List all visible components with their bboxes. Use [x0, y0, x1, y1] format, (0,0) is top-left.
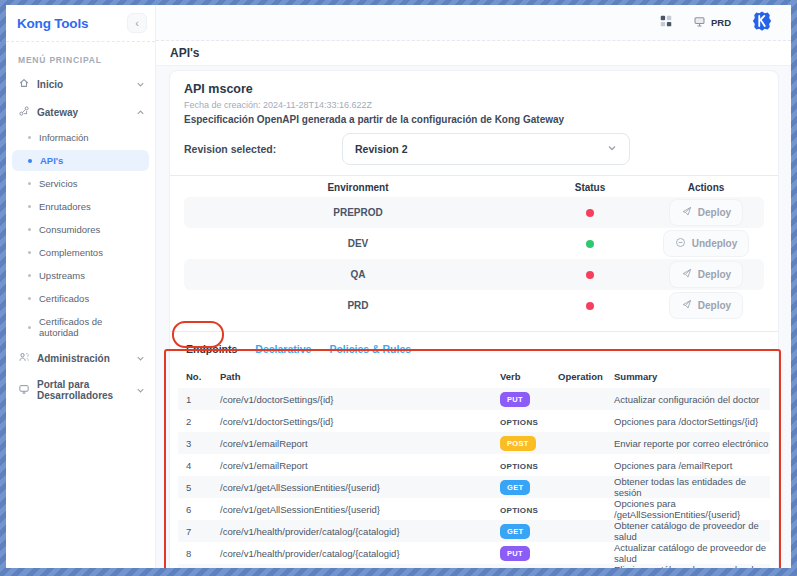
- sidebar-item-inicio[interactable]: Inicio: [6, 70, 155, 98]
- endpoint-summary: Opciones para /getAllSessionEntities/{us…: [614, 498, 770, 520]
- sidebar-item-administracion[interactable]: Administración: [6, 344, 155, 372]
- apps-grid-icon[interactable]: [659, 14, 673, 32]
- sidebar-item-certificados-de-autoridad[interactable]: Certificados de autoridad: [12, 311, 149, 343]
- endpoint-path: /core/v1/emailReport: [220, 460, 500, 471]
- users-icon: [18, 351, 30, 365]
- environment-action-cell: Deploy: [648, 261, 764, 288]
- endpoint-verb-cell: OPTIONS: [500, 460, 558, 471]
- bullet-icon: [28, 297, 31, 300]
- endpoint-summary: Enviar reporte por correo electrónico: [614, 438, 770, 449]
- endpoint-path: /core/v1/doctorSettings/{id}: [220, 416, 500, 427]
- verb-text: OPTIONS: [500, 418, 538, 427]
- verb-badge-put: PUT: [500, 546, 530, 561]
- endpoint-no: 2: [186, 416, 220, 427]
- sidebar-item-certificados[interactable]: Certificados: [12, 288, 149, 309]
- rocket-icon: [681, 299, 692, 312]
- tabs: EndpointsDeclarativePolicies & Rules: [184, 332, 764, 364]
- column-header-status: Status: [532, 182, 648, 193]
- kong-tools-logo: Kong Tools: [17, 16, 88, 31]
- environment-action-cell: Deploy: [648, 199, 764, 226]
- environment-status: [532, 240, 648, 248]
- sidebar-item-upstreams[interactable]: Upstreams: [12, 265, 149, 286]
- chevron-down-icon: [136, 386, 145, 395]
- endpoint-row: 1/core/v1/doctorSettings/{id}PUTActualiz…: [178, 388, 770, 410]
- sidebar-item-label: Servicios: [39, 178, 78, 189]
- tab-endpoints[interactable]: Endpoints: [186, 343, 237, 355]
- environment-status: [532, 302, 648, 310]
- sidebar-item-label: Complementos: [39, 247, 103, 258]
- environment-indicator[interactable]: PRD: [693, 15, 731, 30]
- endpoints-table-header: No. Path Verb Operation Summary: [178, 364, 770, 388]
- endpoint-path: /core/v1/getAllSessionEntities/{userid}: [220, 504, 500, 515]
- environment-status: [532, 209, 648, 217]
- sidebar-item-complementos[interactable]: Complementos: [12, 242, 149, 263]
- bullet-icon: [28, 326, 31, 329]
- endpoint-no: 5: [186, 482, 220, 493]
- tab-policies-rules[interactable]: Policies & Rules: [329, 343, 411, 355]
- sidebar-item-servicios[interactable]: Servicios: [12, 173, 149, 194]
- deploy-button[interactable]: Deploy: [669, 199, 743, 226]
- bullet-icon: [28, 136, 31, 139]
- verb-text: OPTIONS: [500, 462, 538, 471]
- tab-declarative[interactable]: Declarative: [255, 343, 311, 355]
- deploy-button[interactable]: Deploy: [669, 292, 743, 319]
- sidebar-collapse-button[interactable]: ‹: [127, 13, 147, 33]
- menu-section-label: MENÚ PRINCIPAL: [6, 42, 155, 70]
- deploy-button[interactable]: Deploy: [669, 261, 743, 288]
- sidebar-item-label: Inicio: [37, 79, 63, 90]
- environment-label: PRD: [711, 17, 731, 28]
- topbar: PRD: [156, 5, 791, 41]
- sidebar-item-label: Consumidores: [39, 224, 100, 235]
- environment-name: PREPROD: [184, 207, 532, 218]
- bullet-icon: [28, 205, 31, 208]
- sidebar: Kong Tools ‹ MENÚ PRINCIPAL Inicio Gatew…: [6, 5, 156, 568]
- sidebar-item-enrutadores[interactable]: Enrutadores: [12, 196, 149, 217]
- endpoint-row: 9/core/v1/health/provider/catalog/{catal…: [178, 564, 770, 568]
- status-dot-red: [586, 209, 594, 217]
- environment-status: [532, 271, 648, 279]
- main-area: PRD API's API mscore Fecha de creación: …: [156, 5, 791, 568]
- chevron-down-icon: [136, 354, 145, 363]
- endpoint-summary: Opciones para /doctorSettings/{id}: [614, 416, 770, 427]
- endpoint-no: 8: [186, 548, 220, 559]
- endpoint-row: 5/core/v1/getAllSessionEntities/{userid}…: [178, 476, 770, 498]
- environment-name: PRD: [184, 300, 532, 311]
- sidebar-item-api-s[interactable]: API's: [12, 150, 149, 171]
- home-icon: [18, 77, 30, 91]
- undeploy-button[interactable]: Undeploy: [663, 230, 750, 257]
- endpoint-verb-cell: PUT: [500, 392, 558, 407]
- sidebar-item-consumidores[interactable]: Consumidores: [12, 219, 149, 240]
- environment-name: DEV: [184, 238, 532, 249]
- endpoint-summary: Obtener todas las entidades de sesión: [614, 476, 770, 498]
- revision-select[interactable]: Revision 2: [342, 133, 630, 165]
- revision-selected-value: Revision 2: [355, 143, 408, 155]
- kong-logo-icon[interactable]: [751, 10, 773, 36]
- monitor-icon: [693, 15, 706, 30]
- environment-row-dev: DEVUndeploy: [184, 228, 764, 259]
- sidebar-item-gateway[interactable]: Gateway: [6, 98, 155, 126]
- sidebar-item-informaci-n[interactable]: Información: [12, 127, 149, 148]
- page-title-bar: API's: [156, 41, 791, 66]
- endpoint-path: /core/v1/getAllSessionEntities/{userid}: [220, 482, 500, 493]
- endpoint-path: /core/v1/emailReport: [220, 438, 500, 449]
- environment-action-cell: Undeploy: [648, 230, 764, 257]
- bullet-icon: [28, 251, 31, 254]
- endpoint-verb-cell: DELETE: [500, 568, 558, 569]
- minus-circle-icon: [675, 237, 686, 250]
- api-name: API mscore: [184, 82, 764, 96]
- column-header-verb: Verb: [500, 371, 558, 382]
- endpoint-row: 2/core/v1/doctorSettings/{id}OPTIONSOpci…: [178, 410, 770, 432]
- sidebar-item-portal-desarrolladores[interactable]: Portal para Desarrolladores: [6, 372, 155, 408]
- endpoint-verb-cell: GET: [500, 480, 558, 495]
- endpoint-verb-cell: OPTIONS: [500, 504, 558, 515]
- column-header-no: No.: [186, 371, 220, 382]
- endpoint-no: 4: [186, 460, 220, 471]
- status-dot-red: [586, 302, 594, 310]
- environments-table-body: PREPRODDeployDEVUndeployQADeployPRDDeplo…: [184, 197, 764, 321]
- verb-badge-delete: DELETE: [500, 568, 545, 569]
- sidebar-item-label: Portal para Desarrolladores: [37, 379, 129, 401]
- column-header-environment: Environment: [184, 182, 532, 193]
- sidebar-item-label: Administración: [37, 353, 110, 364]
- chevron-down-icon: [607, 143, 617, 155]
- endpoint-row: 3/core/v1/emailReportPOSTEnviar reporte …: [178, 432, 770, 454]
